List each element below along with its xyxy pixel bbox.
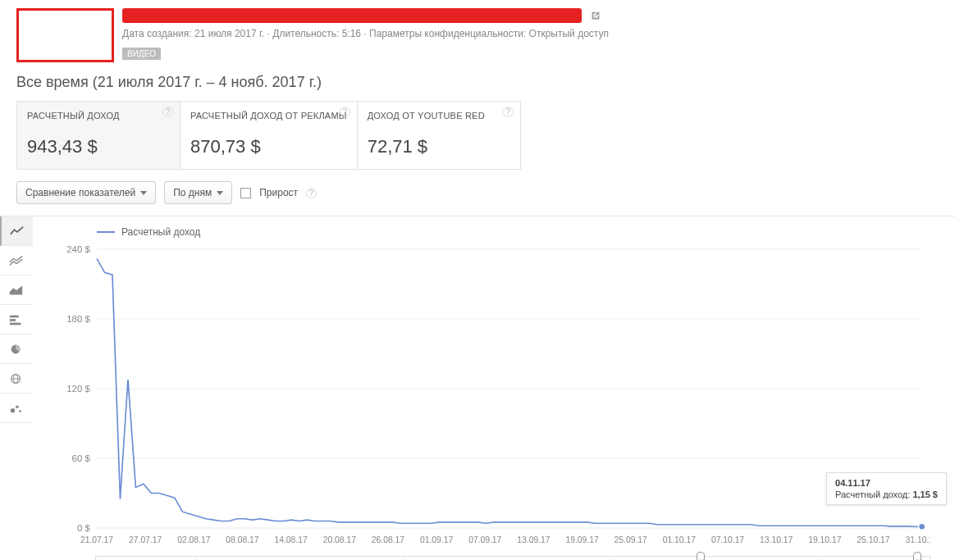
svg-text:31.10.17: 31.10.17 [906,535,930,544]
video-type-badge: ВИДЕО [122,48,161,60]
granularity-label: По дням [173,187,212,198]
svg-text:26.08.17: 26.08.17 [372,535,405,544]
svg-rect-2 [10,322,21,325]
help-icon[interactable]: ? [340,107,350,117]
overview-tick: янв. 2017 г. [196,557,243,560]
globe-chart-icon[interactable] [0,364,33,394]
svg-point-8 [16,405,19,408]
svg-rect-1 [10,319,16,321]
svg-point-7 [11,408,15,412]
area-chart-icon[interactable] [0,275,33,305]
svg-text:07.09.17: 07.09.17 [468,535,502,544]
overview-tick: апр. 2017 г. [404,557,451,560]
external-link-icon[interactable] [590,10,601,21]
svg-text:02.08.17: 02.08.17 [177,535,211,544]
help-icon[interactable]: ? [503,107,514,117]
growth-label: Прирост [259,187,298,198]
svg-text:60 $: 60 $ [72,453,91,463]
bar-chart-icon[interactable] [0,305,33,335]
video-thumbnail[interactable] [16,8,114,62]
card-youtube-red-revenue[interactable]: ? ДОХОД ОТ YOUTUBE RED 72,71 $ [357,101,521,170]
card-title: ДОХОД ОТ YOUTUBE RED [368,110,510,133]
video-title-row [122,8,939,23]
svg-text:07.10.17: 07.10.17 [711,535,745,544]
svg-text:08.08.17: 08.08.17 [226,535,259,544]
chevron-down-icon [140,191,147,195]
growth-checkbox[interactable] [240,188,251,198]
video-duration: Длительность: 5:16 [272,28,361,39]
revenue-line-chart[interactable]: 0 $60 $120 $180 $240 $21.07.1727.07.1702… [48,241,930,553]
legend-series-name: Расчетный доход [121,226,200,238]
date-range: Все время (21 июля 2017 г. – 4 нояб. 201… [0,62,955,101]
svg-text:13.10.17: 13.10.17 [760,535,793,544]
svg-text:25.10.17: 25.10.17 [857,535,890,544]
help-icon[interactable]: ? [306,188,317,198]
video-header: Дата создания: 21 июля 2017 г. · Длитель… [0,0,955,62]
svg-text:0 $: 0 $ [77,523,91,533]
help-icon[interactable]: ? [162,107,173,117]
svg-text:01.10.17: 01.10.17 [663,535,697,544]
svg-text:180 $: 180 $ [66,314,90,324]
svg-text:27.07.17: 27.07.17 [129,535,162,544]
card-value: 72,71 $ [368,136,510,157]
created-date: Дата создания: 21 июля 2017 г. [122,28,264,39]
svg-text:14.08.17: 14.08.17 [275,535,308,544]
video-title-redacted [122,8,582,23]
legend-swatch [97,231,115,233]
card-title: РАСЧЕТНЫЙ ДОХОД ОТ РЕКЛАМЫ [190,110,347,133]
svg-text:120 $: 120 $ [66,384,90,394]
svg-rect-0 [10,315,19,317]
svg-text:19.09.17: 19.09.17 [565,535,599,544]
svg-text:21.07.17: 21.07.17 [80,535,114,544]
svg-point-38 [919,523,925,530]
overview-tick: июль 2017 г. [613,557,664,560]
svg-text:25.09.17: 25.09.17 [615,535,648,544]
pie-chart-icon[interactable] [0,335,33,364]
overview-tick: окт. 2017 г. [821,557,866,560]
range-handle-end[interactable] [913,552,921,560]
svg-text:20.08.17: 20.08.17 [323,535,357,544]
card-title: РАСЧЕТНЫЙ ДОХОД [27,110,170,133]
multi-line-chart-icon[interactable] [0,246,33,275]
compare-metrics-button[interactable]: Сравнение показателей [16,181,156,204]
timeline-overview[interactable]: янв. 2017 г. апр. 2017 г. июль 2017 г. о… [95,556,930,560]
chart-type-sidebar [0,216,33,560]
card-ad-revenue[interactable]: ? РАСЧЕТНЫЙ ДОХОД ОТ РЕКЛАМЫ 870,73 $ [180,101,358,170]
compare-label: Сравнение показателей [25,187,135,198]
tooltip-label: Расчетный доход: [835,489,910,499]
time-granularity-button[interactable]: По дням [164,181,232,204]
video-meta: Дата создания: 21 июля 2017 г. · Длитель… [122,28,939,39]
chevron-down-icon [217,191,223,195]
card-value: 943,43 $ [27,136,170,157]
svg-text:01.09.17: 01.09.17 [420,535,454,544]
chart-legend: Расчетный доход [48,226,930,241]
svg-text:240 $: 240 $ [66,244,90,254]
chart-tooltip: 04.11.17 Расчетный доход: 1,15 $ [826,472,947,505]
card-estimated-revenue[interactable]: ? РАСЧЕТНЫЙ ДОХОД 943,43 $ [16,101,180,170]
svg-text:19.10.17: 19.10.17 [808,535,842,544]
svg-point-9 [19,410,21,412]
tooltip-value: 1,15 $ [912,489,938,499]
range-handle-start[interactable] [697,552,705,560]
bubble-chart-icon[interactable] [0,394,33,423]
video-privacy: Параметры конфиденциальности: Открытый д… [369,28,609,39]
line-chart-icon[interactable] [0,216,33,246]
svg-text:13.09.17: 13.09.17 [517,535,551,544]
tooltip-date: 04.11.17 [835,478,938,488]
card-value: 870,73 $ [190,136,347,157]
